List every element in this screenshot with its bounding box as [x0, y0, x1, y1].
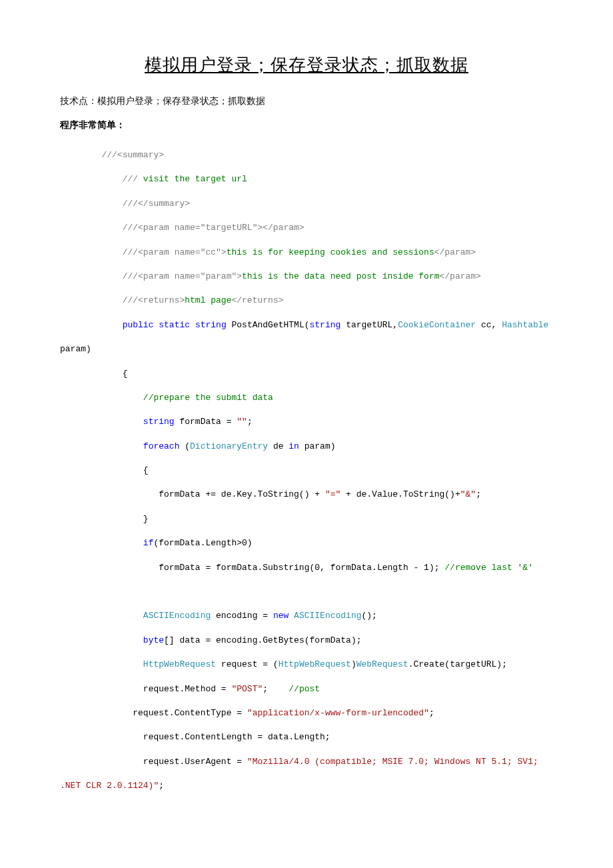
string: "application/x-www-form-urlencoded"	[247, 708, 429, 718]
code-text: PostAndGetHTML(	[227, 320, 310, 330]
indent	[60, 684, 143, 694]
indent	[60, 247, 123, 257]
code-text: encoding =	[211, 611, 273, 621]
code-text: ;	[429, 708, 434, 718]
comment-tag: ///	[123, 247, 138, 257]
comment-tag: </returns>	[231, 295, 283, 305]
comment-tag: </param>	[440, 271, 481, 281]
code-text: ;	[247, 417, 253, 427]
code-text: formData = formData.Substring(0, formDat…	[159, 563, 444, 573]
comment: //post	[289, 684, 320, 694]
comment-tag: </param>	[434, 247, 476, 257]
indent	[60, 757, 143, 767]
string: "="	[325, 489, 340, 499]
code-text: }	[143, 514, 149, 524]
code-text: (formData.Length>0)	[153, 538, 252, 548]
comment-tag: <returns>	[138, 295, 185, 305]
code-text: ;	[159, 781, 164, 791]
comment: //remove last '&'	[444, 563, 533, 573]
code-text: request = (	[216, 659, 279, 669]
indent	[60, 320, 123, 330]
type: DictionaryEntry	[190, 441, 268, 451]
keyword: static	[159, 320, 190, 330]
keyword: public	[123, 320, 154, 330]
comment-text: html page	[185, 295, 231, 305]
intro-text: 技术点：模拟用户登录；保存登录状态；抓取数据	[60, 95, 553, 107]
code-text: request.Method =	[143, 684, 232, 694]
keyword: byte	[143, 635, 164, 645]
type: Hashtable	[502, 320, 548, 330]
comment-tag: ///	[123, 174, 143, 184]
type: ASCIIEncoding	[143, 611, 211, 621]
type: HttpWebRequest	[279, 659, 351, 669]
document-title: 模拟用户登录；保存登录状态；抓取数据	[60, 53, 553, 77]
code-text: + de.Value.ToString()+	[340, 489, 460, 499]
comment: //prepare the submit data	[143, 393, 273, 403]
keyword: if	[143, 538, 154, 548]
indent	[60, 271, 123, 281]
keyword: string	[195, 320, 227, 330]
code-text: cc,	[476, 320, 502, 330]
keyword: string	[143, 417, 175, 427]
type: ASCIIEncoding	[294, 611, 361, 621]
keyword: foreach	[143, 441, 180, 451]
string: ""	[237, 417, 247, 427]
keyword: string	[310, 320, 341, 330]
code-text: request.ContentType =	[133, 708, 247, 718]
code-text: formData =	[175, 417, 237, 427]
indent	[60, 174, 123, 184]
indent	[60, 563, 143, 573]
comment-tag: ///	[101, 150, 117, 160]
code-text	[289, 611, 294, 621]
indent	[60, 150, 101, 160]
indent	[60, 732, 143, 742]
code-text: request.ContentLength = data.Length;	[143, 732, 330, 742]
comment-text: this is the data need post inside form	[242, 271, 439, 281]
comment-tag: ///	[123, 271, 138, 281]
code-text: targetURL,	[340, 320, 398, 330]
comment-text: this is for keeping cookies and sessions	[227, 247, 434, 257]
comment-tag: ///	[123, 223, 138, 233]
type: HttpWebRequest	[143, 659, 216, 669]
comment-tag: ///	[123, 295, 138, 305]
code-block: ///<summary> /// visit the target url //…	[60, 143, 553, 799]
code-text: request.UserAgent =	[143, 757, 247, 767]
keyword: in	[289, 441, 299, 451]
note-text: 程序非常简单：	[60, 119, 553, 131]
indent	[60, 635, 143, 645]
indent	[60, 489, 143, 499]
code-text: )	[351, 659, 356, 669]
type: CookieContainer	[398, 320, 476, 330]
indent	[60, 223, 123, 233]
comment-tag: </summary>	[138, 199, 190, 209]
code-text: (	[179, 441, 190, 451]
comment-tag: <param name="targetURL"></param>	[138, 223, 305, 233]
indent	[60, 393, 143, 403]
comment-tag: <param name="param">	[138, 271, 242, 281]
keyword: new	[273, 611, 289, 621]
comment-tag: <summary>	[117, 150, 164, 160]
indent	[60, 514, 143, 524]
code-text: formData += de.Key.ToString() +	[159, 489, 325, 499]
indent	[60, 611, 143, 621]
comment-text: visit the target url	[143, 174, 247, 184]
indent	[60, 369, 123, 379]
code-text: {	[123, 369, 128, 379]
type: WebRequest	[356, 659, 408, 669]
code-text: de	[268, 441, 289, 451]
indent	[60, 538, 143, 548]
code-text: {	[143, 465, 149, 475]
string: "POST"	[231, 684, 263, 694]
indent	[60, 417, 143, 427]
indent	[60, 708, 123, 718]
code-text: ();	[362, 611, 377, 621]
string: "&"	[460, 489, 476, 499]
indent	[60, 441, 143, 451]
indent	[60, 199, 123, 209]
comment-tag: ///	[123, 199, 138, 209]
code-text: ;	[476, 489, 481, 499]
code-text: [] data = encoding.GetBytes(formData);	[164, 635, 361, 645]
indent	[60, 465, 143, 475]
code-text: param)	[299, 441, 336, 451]
indent	[60, 659, 143, 669]
